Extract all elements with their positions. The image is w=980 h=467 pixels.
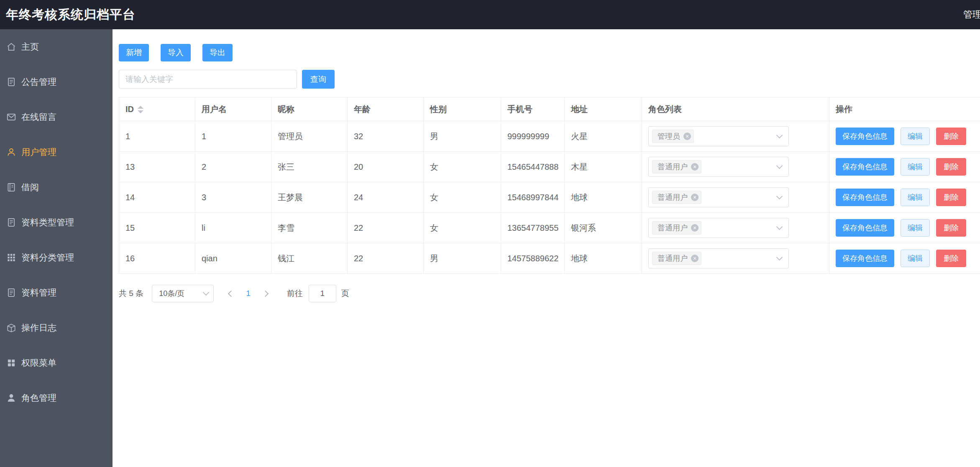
goto-input[interactable]: [309, 285, 336, 302]
role-select[interactable]: 普通用户 ×: [648, 248, 789, 268]
table-row: 14 3 王梦晨 24 女 15468997844 地球 普通用户 × 保存角色…: [119, 182, 980, 213]
table-row: 13 2 张三 20 女 15465447888 木星 普通用户 × 保存角色信…: [119, 152, 980, 182]
sidebar-item-material[interactable]: 资料管理: [0, 275, 113, 310]
sidebar-item-label: 资料类型管理: [21, 217, 74, 228]
cell-username: 2: [195, 152, 271, 182]
cell-roles: 普通用户 ×: [642, 243, 829, 274]
page-number[interactable]: 1: [246, 289, 251, 298]
tag-close-icon[interactable]: ×: [691, 163, 699, 171]
tag-close-icon[interactable]: ×: [691, 224, 699, 232]
cell-gender: 男: [424, 243, 501, 274]
sidebar-item-borrow[interactable]: 借阅: [0, 170, 113, 205]
save-role-button[interactable]: 保存角色信息: [836, 128, 894, 145]
tickets-icon: [6, 217, 17, 228]
sort-carets-icon[interactable]: [138, 106, 143, 113]
role-tag: 普通用户 ×: [652, 221, 701, 235]
sidebar-item-users[interactable]: 用户管理: [0, 135, 113, 170]
save-role-button[interactable]: 保存角色信息: [836, 219, 894, 237]
document-icon: [6, 287, 17, 298]
role-tag: 普通用户 ×: [652, 252, 701, 265]
column-header-gender: 性别: [424, 97, 501, 121]
sidebar-item-roles[interactable]: 角色管理: [0, 380, 113, 416]
cell-nickname: 张三: [271, 152, 348, 182]
sidebar-item-permission-menu[interactable]: 权限菜单: [0, 345, 113, 380]
chevron-down-icon: [776, 193, 783, 199]
import-button[interactable]: 导入: [161, 44, 191, 61]
delete-button[interactable]: 删除: [936, 250, 966, 267]
save-role-button[interactable]: 保存角色信息: [836, 158, 894, 176]
export-button[interactable]: 导出: [202, 44, 233, 61]
mail-icon: [6, 112, 17, 122]
sidebar-item-material-category[interactable]: 资料分类管理: [0, 240, 113, 275]
column-header-username: 用户名: [195, 97, 271, 121]
tag-close-icon[interactable]: ×: [691, 194, 699, 201]
cell-age: 22: [348, 213, 424, 243]
delete-button[interactable]: 删除: [936, 128, 966, 145]
delete-button[interactable]: 删除: [936, 158, 966, 176]
sidebar-item-label: 借阅: [21, 181, 39, 193]
cell-age: 32: [348, 121, 424, 152]
sidebar-item-notice[interactable]: 公告管理: [0, 64, 113, 100]
sidebar-menu: 主页 公告管理 在线留言 用户管理 借阅 资料类型管理 资料分类管理 资料管理 …: [0, 29, 113, 467]
sidebar-item-logs[interactable]: 操作日志: [0, 310, 113, 345]
cell-nickname: 钱江: [271, 243, 348, 274]
column-header-id-label: ID: [125, 105, 134, 114]
edit-button[interactable]: 编辑: [901, 219, 930, 237]
cell-gender: 女: [424, 182, 501, 213]
cell-id: 13: [119, 152, 195, 182]
app-title: 年终考核系统归档平台: [6, 6, 136, 23]
role-tag-label: 普通用户: [658, 162, 688, 172]
save-role-button[interactable]: 保存角色信息: [836, 250, 894, 267]
page-size-select[interactable]: 10条/页: [152, 285, 214, 302]
cell-phone: 15468997844: [501, 182, 565, 213]
cell-username: 1: [195, 121, 271, 152]
column-header-age: 年龄: [348, 97, 424, 121]
menu-grid-icon: [6, 357, 17, 368]
role-select[interactable]: 普通用户 ×: [648, 187, 789, 207]
sidebar-item-material-type[interactable]: 资料类型管理: [0, 205, 113, 240]
next-page-button[interactable]: [263, 291, 268, 296]
header-user-menu[interactable]: 管理员: [963, 8, 980, 21]
role-select[interactable]: 普通用户 ×: [648, 157, 789, 177]
cell-phone: 999999999: [501, 121, 565, 152]
role-select[interactable]: 普通用户 ×: [648, 218, 789, 238]
cell-address: 木星: [565, 152, 642, 182]
prev-page-button[interactable]: [229, 291, 233, 296]
delete-button[interactable]: 删除: [936, 219, 966, 237]
role-tag: 普通用户 ×: [652, 160, 701, 174]
edit-button[interactable]: 编辑: [901, 128, 930, 145]
keyword-input[interactable]: [119, 70, 297, 89]
edit-button[interactable]: 编辑: [901, 189, 930, 206]
table-row: 1 1 管理员 32 男 999999999 火星 管理员 × 保存角色信息: [119, 121, 980, 152]
cell-nickname: 李雪: [271, 213, 348, 243]
users-table: ID 用户名 昵称 年龄 性别 手机号 地址 角色列表 操作 1 1 管理员 3…: [119, 97, 980, 274]
cell-gender: 男: [424, 121, 501, 152]
chevron-down-icon: [776, 162, 783, 169]
total-count: 共 5 条: [119, 288, 143, 299]
box-icon: [6, 322, 17, 333]
cell-age: 24: [348, 182, 424, 213]
tag-close-icon[interactable]: ×: [691, 255, 699, 262]
cell-address: 地球: [565, 243, 642, 274]
edit-button[interactable]: 编辑: [901, 158, 930, 176]
cell-roles: 普通用户 ×: [642, 152, 829, 182]
search-button[interactable]: 查询: [302, 70, 335, 89]
tag-close-icon[interactable]: ×: [683, 133, 691, 140]
save-role-button[interactable]: 保存角色信息: [836, 189, 894, 206]
delete-button[interactable]: 删除: [936, 189, 966, 206]
role-select[interactable]: 管理员 ×: [648, 126, 789, 146]
cell-username: 3: [195, 182, 271, 213]
add-button[interactable]: 新增: [119, 44, 149, 61]
column-header-operations: 操作: [829, 97, 980, 121]
sidebar-item-home[interactable]: 主页: [0, 29, 113, 64]
edit-button[interactable]: 编辑: [901, 250, 930, 267]
cell-id: 14: [119, 182, 195, 213]
table-header-row: ID 用户名 昵称 年龄 性别 手机号 地址 角色列表 操作: [119, 97, 980, 121]
sidebar-item-messages[interactable]: 在线留言: [0, 100, 113, 135]
cell-operations: 保存角色信息 编辑 删除: [829, 182, 980, 213]
cell-nickname: 王梦晨: [271, 182, 348, 213]
cell-age: 20: [348, 152, 424, 182]
toolbar: 新增 导入 导出: [119, 44, 980, 61]
user-icon: [6, 147, 17, 158]
sidebar-item-label: 角色管理: [21, 392, 56, 404]
